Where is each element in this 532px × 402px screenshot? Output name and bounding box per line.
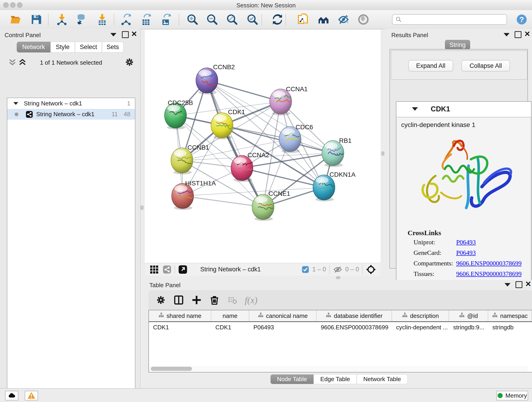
toggle-bird-eye-icon[interactable] xyxy=(357,13,370,26)
string-view-icon[interactable] xyxy=(163,265,171,274)
show-all-panels-icon[interactable] xyxy=(317,13,330,26)
tree-row-collection[interactable]: String Network – cdk1 1 xyxy=(7,98,135,109)
scrollbar-thumb[interactable] xyxy=(151,367,192,371)
column-header-canonical-name[interactable]: canonical name xyxy=(249,310,317,321)
toolbar-separator xyxy=(329,265,330,274)
network-node-HIST1H1A[interactable]: HIST1H1A xyxy=(172,180,216,210)
bottom-splitter-handle[interactable] xyxy=(336,276,341,279)
column-header-description[interactable]: description xyxy=(392,310,449,321)
delete-column-icon[interactable] xyxy=(207,293,222,307)
network-edge-CCNB2-CCNE1[interactable] xyxy=(207,80,263,207)
crosslink-genecard-link[interactable]: P06493 xyxy=(456,249,476,256)
column-header--id[interactable]: @id xyxy=(449,310,488,321)
cell-canonical-name[interactable]: P06493 xyxy=(249,322,317,332)
control-panel-float-icon[interactable] xyxy=(122,31,129,38)
network-node-CDC6[interactable]: CDC6 xyxy=(279,123,313,153)
expand-all-button[interactable]: Expand All xyxy=(408,60,453,71)
network-graph[interactable]: CCNB2CCNA1CDC25BCDK1CDC6RB1CCNB1CCNA2CDK… xyxy=(145,30,380,263)
column-header-database-identifier[interactable]: database identifier xyxy=(317,310,392,321)
import-network-icon[interactable] xyxy=(56,13,68,26)
table-row[interactable]: CDK1CDK1P064939606.ENSP00000378699cyclin… xyxy=(149,322,532,332)
table-h-scrollbar[interactable] xyxy=(149,366,527,371)
table-panel-float-icon[interactable] xyxy=(515,281,522,288)
help-icon[interactable]: ? xyxy=(515,13,528,26)
zoom-selected-icon[interactable] xyxy=(246,13,259,26)
cell-namespac[interactable]: stringdb xyxy=(488,322,532,332)
open-session-icon[interactable] xyxy=(9,13,22,26)
results-panel-close-icon[interactable]: ✕ xyxy=(524,31,530,37)
add-column-icon[interactable] xyxy=(189,293,204,307)
column-header-namespac[interactable]: namespac xyxy=(488,310,532,321)
tab-network[interactable]: Network xyxy=(17,42,51,52)
save-session-icon[interactable] xyxy=(30,13,43,26)
grid-view-icon[interactable] xyxy=(150,265,158,274)
tree-collapse-icon[interactable] xyxy=(13,102,18,105)
table-settings-gear-icon[interactable] xyxy=(153,293,168,307)
network-node-CCNA1[interactable]: CCNA1 xyxy=(270,85,308,115)
crosslink-tissues-link[interactable]: 9606.ENSP00000378699 xyxy=(456,270,521,278)
results-panel-menu-icon[interactable] xyxy=(504,33,510,36)
refresh-layout-icon[interactable] xyxy=(271,13,284,26)
collapse-all-button[interactable]: Collapse All xyxy=(462,60,510,71)
export-network-icon[interactable] xyxy=(120,13,133,26)
cell--id[interactable]: stringdb:9... xyxy=(449,322,488,332)
network-edge-CDK1-RB1[interactable] xyxy=(222,125,333,153)
expand-all-icon[interactable] xyxy=(18,58,27,66)
zoom-in-icon[interactable] xyxy=(186,13,199,26)
bird-eye-toggle-icon[interactable] xyxy=(366,264,376,274)
network-options-gear-icon[interactable] xyxy=(125,57,134,67)
search-field[interactable] xyxy=(392,14,507,25)
tab-string[interactable]: String xyxy=(445,40,470,50)
crosslink-compartments-link[interactable]: 9606.ENSP00000378699 xyxy=(456,260,521,267)
import-table-icon[interactable] xyxy=(96,13,109,26)
crosslink-uniprot-link[interactable]: P06493 xyxy=(456,239,476,246)
control-panel-close-icon[interactable]: ✕ xyxy=(131,31,137,37)
delete-table-icon[interactable] xyxy=(225,293,240,307)
export-table-icon[interactable] xyxy=(139,13,152,26)
export-image-icon[interactable] xyxy=(159,13,172,26)
table-panel-close-icon[interactable]: ✕ xyxy=(525,281,531,287)
show-columns-icon[interactable] xyxy=(171,293,186,307)
network-node-CDK1[interactable]: CDK1 xyxy=(211,108,245,139)
left-splitter-handle[interactable] xyxy=(140,205,144,210)
import-database-icon[interactable] xyxy=(75,13,88,26)
results-panel-float-icon[interactable] xyxy=(515,31,521,38)
tab-select[interactable]: Select xyxy=(75,42,102,52)
tab-network-table[interactable]: Network Table xyxy=(357,374,408,384)
network-node-RB1[interactable]: RB1 xyxy=(322,137,351,167)
tab-edge-table[interactable]: Edge Table xyxy=(314,374,357,384)
cdk1-collapse-icon[interactable] xyxy=(412,107,418,111)
cell-database-identifier[interactable]: 9606.ENSP00000378699 xyxy=(317,322,392,332)
zoom-out-icon[interactable] xyxy=(206,13,219,26)
tab-style[interactable]: Style xyxy=(51,42,75,52)
cell-description[interactable]: cyclin-dependent ... xyxy=(392,322,449,332)
network-edge-CCNA2-CDKN1A[interactable] xyxy=(242,168,324,187)
open-in-window-icon[interactable] xyxy=(178,265,187,274)
tab-node-table[interactable]: Node Table xyxy=(270,374,314,384)
network-canvas[interactable]: CCNB2CCNA1CDC25BCDK1CDC6RB1CCNB1CCNA2CDK… xyxy=(145,30,380,263)
cdk1-section-header[interactable]: CDK1 xyxy=(396,102,531,117)
memory-button[interactable]: Memory xyxy=(496,391,528,400)
right-splitter-handle[interactable] xyxy=(381,151,385,156)
tree-row-network[interactable]: String Network – cdk1 11 48 xyxy=(7,109,135,120)
network-node-CCNB2[interactable]: CCNB2 xyxy=(196,64,235,95)
selected-checkbox-icon[interactable] xyxy=(302,266,309,273)
function-builder-icon[interactable]: f(x) xyxy=(244,293,259,307)
cell-name[interactable]: CDK1 xyxy=(211,322,249,332)
column-header-name[interactable]: name xyxy=(211,310,249,321)
column-header-shared-name[interactable]: shared name xyxy=(149,310,211,321)
network-node-CDC25B[interactable]: CDC25B xyxy=(165,99,193,129)
zoom-fit-icon[interactable] xyxy=(226,13,239,26)
clone-network-icon[interactable] xyxy=(297,13,309,26)
table-panel-menu-icon[interactable] xyxy=(505,283,510,287)
search-input[interactable] xyxy=(402,16,501,23)
network-edge-CCNE1-HIST1H1A[interactable] xyxy=(183,196,263,207)
hide-panels-icon[interactable] xyxy=(337,13,350,26)
warnings-button[interactable] xyxy=(25,391,38,400)
collapse-all-icon[interactable] xyxy=(8,58,17,66)
tab-sets[interactable]: Sets xyxy=(102,42,123,52)
cell-shared-name[interactable]: CDK1 xyxy=(149,322,211,332)
control-panel-menu-icon[interactable] xyxy=(110,33,116,36)
network-node-CDKN1A[interactable]: CDKN1A xyxy=(313,171,355,201)
cloud-status-button[interactable] xyxy=(5,391,18,400)
